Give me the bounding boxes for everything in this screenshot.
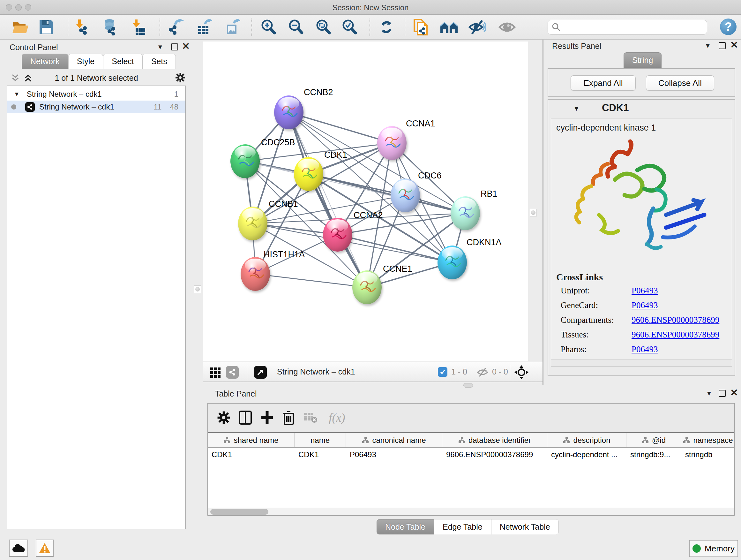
crosslink-link[interactable]: 9606.ENSP00000378699 [631,330,719,340]
grid-view-icon[interactable] [210,367,221,378]
column-header-description[interactable]: description [547,433,626,447]
open-session-button[interactable] [11,18,30,37]
show-all-button[interactable] [498,18,516,37]
table-panel-float-button[interactable] [719,390,726,397]
zoom-fit-button[interactable] [314,18,333,37]
hide-selected-button[interactable] [468,18,486,37]
gear-icon[interactable] [175,72,186,83]
tab-network[interactable]: Network [22,54,68,69]
crosslink-link[interactable]: 9606.ENSP00000378699 [631,315,719,325]
add-column-button[interactable] [259,409,275,426]
results-scrollbar[interactable] [551,359,732,366]
import-network-database-button[interactable] [102,18,120,37]
network-node-CCNE1[interactable] [352,270,382,304]
show-columns-button[interactable] [237,409,254,426]
table-cell[interactable]: stringdb [681,448,735,462]
table-cell[interactable]: cyclin-dependent ... [547,448,626,462]
network-edge[interactable] [255,274,367,287]
import-network-file-button[interactable] [74,18,92,37]
control-panel-close-button[interactable]: ✕ [182,43,190,50]
network-node-RB1[interactable] [451,196,480,230]
network-node-CCNB1[interactable] [238,206,267,240]
network-node-CDC6[interactable] [391,179,420,212]
network-edge[interactable] [289,112,392,143]
collection-expand-arrow[interactable]: ▼ [14,91,20,98]
network-node-CDKN1A[interactable] [437,246,467,279]
tab-node-table[interactable]: Node Table [377,519,434,535]
horizontal-splitter-grip[interactable] [463,383,473,388]
table-cell[interactable]: P06493 [346,448,442,462]
crosslink-link[interactable]: P06493 [631,286,658,296]
zoom-in-button[interactable] [259,18,278,37]
results-panel-menu-button[interactable]: ▼ [704,42,711,50]
tab-sets[interactable]: Sets [143,54,176,69]
nested-networks-button[interactable] [440,18,458,37]
export-image-button[interactable] [223,18,241,37]
network-node-CDK1[interactable] [294,157,323,191]
network-canvas[interactable]: CCNB2CCNA1CDC25BCDK1CDC6RB1CCNB1CCNA2CDK… [203,42,528,361]
column-header-shared-name[interactable]: shared name [208,433,294,447]
table-row[interactable]: CDK1CDK1P064939606.ENSP00000378699cyclin… [208,448,734,462]
crosslink-link[interactable]: P06493 [631,345,658,354]
table-settings-button[interactable] [215,409,232,426]
table-cell[interactable]: CDK1 [294,448,346,462]
gene-collapse-arrow[interactable]: ▼ [573,105,580,112]
warnings-button[interactable] [36,540,54,557]
cloud-status-button[interactable] [9,540,28,557]
tab-select[interactable]: Select [103,54,142,69]
left-splitter-grip[interactable] [194,286,201,293]
network-node-CCNA2[interactable] [323,218,352,252]
fit-selected-crosshair-icon[interactable] [515,365,529,379]
help-button[interactable]: ? [720,18,737,35]
column-header-canonical-name[interactable]: canonical name [346,433,442,447]
network-edge[interactable] [289,112,367,287]
results-panel-float-button[interactable] [719,42,726,49]
zoom-selected-button[interactable] [340,18,359,37]
import-table-file-button[interactable] [130,18,148,37]
column-header--id[interactable]: @id [626,433,681,447]
table-horizontal-scrollbar[interactable] [208,508,734,515]
network-edge[interactable] [309,174,465,213]
network-edge[interactable] [338,235,452,262]
export-table-button[interactable] [195,18,213,37]
crosslink-link[interactable]: P06493 [631,300,658,310]
tab-network-table[interactable]: Network Table [491,519,559,535]
network-node-CDC25B[interactable] [230,144,260,178]
apply-layout-button[interactable] [377,18,396,37]
expand-all-button[interactable]: Expand All [570,75,636,91]
collapse-all-button[interactable]: Collapse All [646,75,714,91]
tab-string[interactable]: String [623,52,662,68]
tab-edge-table[interactable]: Edge Table [434,519,491,535]
network-collection-row[interactable]: ▼ String Network – cdk1 1 [7,88,185,101]
right-splitter-grip[interactable] [530,209,537,216]
network-node-HIST1H1A[interactable] [241,257,270,291]
scrollbar-thumb[interactable] [210,509,268,515]
column-header-name[interactable]: name [294,433,346,447]
table-panel-close-button[interactable]: ✕ [730,389,738,396]
function-builder-button[interactable]: f(x) [323,409,351,426]
table-cell[interactable]: stringdb:9... [626,448,681,462]
tab-style[interactable]: Style [68,54,104,69]
search-input[interactable] [561,23,701,32]
table-panel-menu-button[interactable]: ▼ [706,390,712,397]
results-panel-close-button[interactable]: ✕ [730,42,738,49]
export-network-button[interactable] [166,18,185,37]
search-field[interactable] [548,20,707,35]
clone-network-button[interactable] [412,18,431,37]
zoom-out-button[interactable] [286,18,305,37]
table-cell[interactable]: 9606.ENSP00000378699 [442,448,547,462]
control-panel-menu-button[interactable]: ▼ [157,44,163,51]
control-panel-float-button[interactable] [171,44,178,51]
network-node-CCNB2[interactable] [274,96,304,129]
network-row-selected[interactable]: String Network – cdk1 11 48 [7,101,185,113]
delete-column-button[interactable] [280,409,297,426]
save-session-button[interactable] [37,18,56,37]
open-in-window-icon[interactable] [254,366,267,379]
delete-table-button[interactable] [302,409,319,426]
column-header-namespace[interactable]: namespace [681,433,735,447]
column-header-database-identifier[interactable]: database identifier [442,433,547,447]
network-node-CCNA1[interactable] [377,126,407,160]
selected-checkbox-icon[interactable] [438,367,448,377]
memory-button[interactable]: Memory [689,540,738,557]
table-cell[interactable]: CDK1 [208,448,294,462]
